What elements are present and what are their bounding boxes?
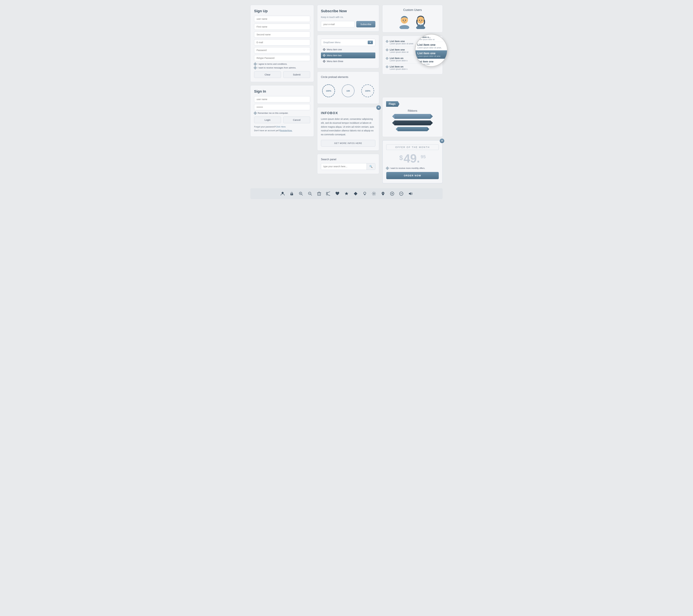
signup-panel: Sign Up I agree to terms and conditions.…	[250, 5, 314, 82]
signup-title: Sign Up	[254, 9, 310, 13]
infobox-close-button[interactable]: ✕	[376, 105, 381, 110]
password-input[interactable]	[254, 47, 310, 53]
mag-item-3-desc: Lorem ipsum dolor sit ame	[417, 55, 445, 57]
offer-price-cents: 95	[421, 154, 426, 159]
remember-checkbox-row[interactable]: Remember me on this computer.	[254, 112, 310, 114]
email-input[interactable]	[254, 39, 310, 45]
list-magnifier-section: List item one Lorem ipsum dolor sit amet…	[382, 36, 443, 74]
list-bullet-4	[386, 65, 389, 68]
diamond-icon[interactable]	[354, 192, 358, 196]
ribbon-2	[386, 120, 439, 125]
dropdown-placeholder: DropDown Menu	[323, 41, 340, 44]
minus-circle-icon[interactable]	[399, 192, 403, 196]
cancel-button[interactable]: Cancel	[283, 117, 310, 123]
remember-label: Remember me on this computer.	[258, 112, 289, 114]
svg-point-31	[326, 192, 328, 194]
subscribe-email-input[interactable]	[321, 21, 355, 27]
list-bullet-1	[386, 40, 389, 43]
messages-checkbox-row[interactable]: I want to receive messages from admins.	[254, 66, 310, 69]
zoom-in-icon[interactable]	[299, 192, 303, 196]
offer-checkbox[interactable]	[386, 166, 389, 170]
circle-one: 100%	[321, 83, 336, 98]
search-button[interactable]: 🔍	[367, 163, 375, 170]
mag-item-2-title: List item one	[417, 43, 445, 47]
magnifier-overlay: List item o... Lorem ipsum dolor sit Lis…	[415, 34, 448, 67]
mag-item-2-desc: Lorem ipsum dolor sit amet,	[417, 47, 445, 49]
signin-btn-row: Login Cancel	[254, 117, 310, 123]
circle-two-label: 100	[346, 90, 350, 92]
remember-checkbox[interactable]	[254, 112, 257, 115]
signin-username-input[interactable]	[254, 96, 310, 102]
list-item-2-desc: Lorem ipsum dolor sit	[390, 51, 409, 53]
svg-line-33	[328, 195, 330, 196]
menu-item-one-label: Menu item one	[327, 48, 342, 51]
secondname-input[interactable]	[254, 32, 310, 38]
offer-close-button[interactable]: ✕	[440, 139, 444, 143]
female-avatar	[414, 14, 427, 29]
login-button[interactable]: Login	[254, 117, 281, 123]
list-item-2-title: List item one	[390, 48, 409, 51]
icons-bar	[250, 188, 443, 199]
retype-password-input[interactable]	[254, 55, 310, 61]
bulb-icon[interactable]	[363, 192, 367, 196]
zoom-out-icon[interactable]	[308, 192, 312, 196]
signin-password-input[interactable]	[254, 104, 310, 110]
subscribe-panel: Subscribe Now Keep in touch with Us. Sub…	[317, 5, 379, 32]
svg-point-9	[405, 20, 406, 21]
messages-checkbox[interactable]	[254, 66, 257, 69]
ribbons-section: Ribbons	[386, 110, 439, 131]
preload-title: Circle preload elements	[321, 76, 375, 79]
forgot-link[interactable]: Click Here.	[276, 125, 286, 128]
signin-panel: Sign In Remember me on this computer. Lo…	[250, 85, 314, 137]
ribbon-1	[386, 114, 439, 119]
users-avatars	[386, 14, 439, 29]
register-link[interactable]: RegisterNow.	[280, 129, 292, 132]
submit-button[interactable]: Submit	[283, 71, 310, 78]
list-bullet-3	[386, 57, 389, 60]
person-icon[interactable]	[280, 192, 285, 196]
trash-icon[interactable]	[317, 192, 321, 196]
menu-item-three[interactable]: Menu item three	[321, 58, 375, 64]
custom-users-panel: Custom Users	[382, 5, 443, 33]
svg-point-14	[421, 20, 422, 21]
offer-price-main: 49.	[404, 152, 420, 165]
offer-checkbox-row[interactable]: I want to receive more monthly offers.	[386, 167, 439, 170]
scissors-icon[interactable]	[326, 192, 330, 196]
dropdown-select[interactable]: DropDown Menu ▼	[321, 39, 375, 46]
location-icon[interactable]	[381, 192, 385, 196]
svg-marker-35	[354, 192, 357, 195]
circle-three-label: 100%	[365, 90, 370, 92]
forgot-text: Forgot your password?	[254, 125, 276, 128]
heart-icon[interactable]	[335, 192, 339, 196]
circle-three: 100%	[360, 83, 375, 98]
mag-item-2[interactable]: List item one Lorem ipsum dolor sit amet…	[415, 42, 447, 51]
flag-section: Flags	[386, 101, 439, 107]
firstname-input[interactable]	[254, 24, 310, 30]
ribbons-title: Ribbons	[386, 110, 439, 112]
search-input[interactable]	[321, 163, 367, 170]
username-input[interactable]	[254, 16, 310, 22]
svg-line-19	[301, 194, 303, 195]
subscribe-button[interactable]: Subscribe	[356, 21, 375, 27]
dropdown-arrow-icon[interactable]: ▼	[368, 41, 373, 44]
clear-button[interactable]: Clear	[254, 71, 281, 78]
offer-title: OFFER OF THE MONTH	[386, 144, 439, 150]
terms-checkbox-row[interactable]: I agree to terms and conditions.	[254, 63, 310, 65]
svg-line-32	[328, 192, 330, 193]
close-circle-icon[interactable]	[390, 192, 394, 196]
preload-circles: 100% 100 100%	[321, 82, 375, 100]
order-now-button[interactable]: ORDER NOW	[386, 172, 439, 179]
infobox-more-button[interactable]: GET MORE INFOS HERE	[321, 140, 375, 146]
gear-icon[interactable]	[372, 192, 376, 196]
terms-checkbox[interactable]	[254, 62, 257, 66]
menu-item-one[interactable]: Menu item one	[321, 47, 375, 53]
volume-icon[interactable]	[408, 192, 413, 196]
mag-item-1-desc: Lorem ipsum dolor sit	[417, 38, 445, 40]
list-item-4-desc: Lorem ipsum dolor s	[390, 68, 408, 70]
menu-item-two[interactable]: Menu item two	[321, 53, 375, 58]
circle-two: 100	[341, 83, 355, 98]
subscribe-subtitle: Keep in touch with Us.	[321, 16, 375, 18]
mag-item-3[interactable]: List item one Lorem ipsum dolor sit ame	[415, 51, 447, 59]
lock-icon[interactable]	[290, 192, 294, 196]
star-icon[interactable]	[344, 192, 349, 196]
